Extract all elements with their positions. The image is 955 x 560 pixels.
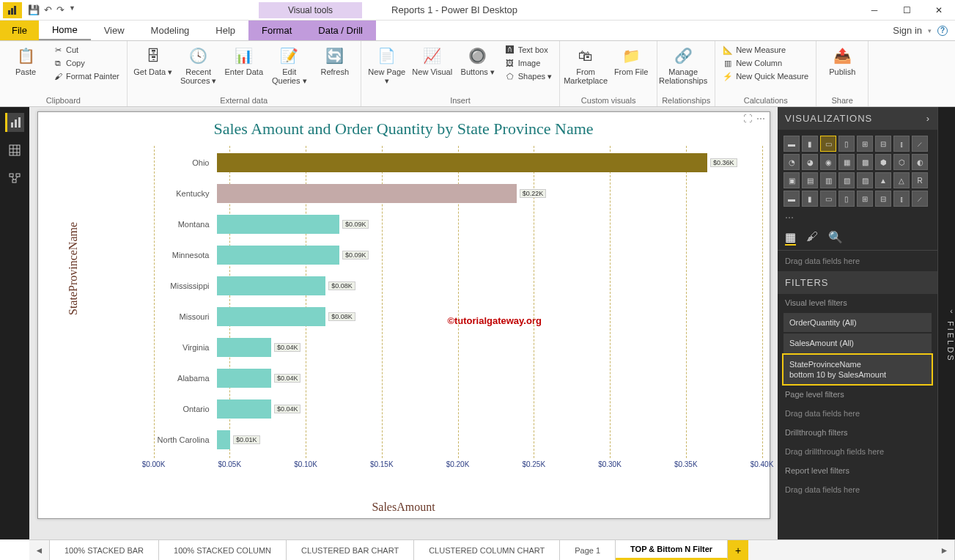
- page-tab[interactable]: Page 1: [560, 540, 616, 560]
- publish-button[interactable]: 📤Publish: [821, 43, 863, 76]
- report-filters-drop[interactable]: Drag data fields here: [778, 479, 937, 500]
- image-button[interactable]: 🖼Image: [502, 57, 555, 69]
- viz-type-icon[interactable]: ⟋: [912, 191, 928, 207]
- redo-icon[interactable]: ↷: [56, 4, 64, 15]
- viz-type-icon[interactable]: ⫿: [893, 136, 910, 152]
- file-tab[interactable]: File: [0, 21, 39, 40]
- fields-drop-well[interactable]: Drag data fields here: [778, 251, 937, 271]
- enter-data-button[interactable]: 📊Enter Data: [223, 43, 265, 76]
- fields-tab-icon[interactable]: ▦: [785, 230, 796, 246]
- viz-type-icon[interactable]: ▥: [820, 172, 836, 188]
- viz-type-icon[interactable]: ▮: [802, 191, 818, 207]
- format-painter-button[interactable]: 🖌Format Painter: [50, 70, 122, 82]
- bar[interactable]: [217, 369, 271, 388]
- viz-type-icon[interactable]: ▯: [838, 191, 855, 207]
- fields-pane-collapsed[interactable]: ‹ FIELDS: [937, 107, 955, 539]
- undo-icon[interactable]: ↶: [44, 4, 52, 15]
- viz-type-icon[interactable]: ▬: [783, 136, 800, 152]
- new-visual-button[interactable]: 📈New Visual: [411, 43, 454, 76]
- view-tab[interactable]: View: [91, 21, 138, 40]
- viz-type-icon[interactable]: ▤: [802, 172, 818, 188]
- help-tab[interactable]: Help: [202, 21, 248, 40]
- page-tab[interactable]: 100% STACKED BAR: [50, 540, 159, 560]
- viz-type-icon[interactable]: ⊟: [875, 136, 891, 152]
- help-icon[interactable]: ?: [937, 26, 948, 36]
- maximize-button[interactable]: ☐: [891, 0, 923, 21]
- bar[interactable]: [217, 276, 326, 295]
- viz-type-icon[interactable]: ◐: [912, 154, 928, 170]
- analytics-tab-icon[interactable]: 🔍: [828, 230, 843, 246]
- bar[interactable]: [217, 338, 271, 357]
- viz-type-icon[interactable]: ▣: [783, 172, 800, 188]
- edit-queries-button[interactable]: 📝Edit Queries ▾: [268, 43, 311, 85]
- viz-type-icon[interactable]: ▯: [838, 136, 855, 152]
- from-marketplace-button[interactable]: 🛍From Marketplace: [564, 43, 607, 85]
- report-page[interactable]: ⛶ ⋯ Sales Amount and Order Quantity by S…: [37, 111, 770, 519]
- viz-type-icon[interactable]: ◕: [802, 154, 818, 170]
- get-data-button[interactable]: 🗄Get Data ▾: [132, 43, 174, 76]
- viz-type-icon[interactable]: ▩: [857, 154, 873, 170]
- refresh-button[interactable]: 🔄Refresh: [314, 43, 356, 76]
- paste-button[interactable]: 📋Paste: [4, 43, 47, 76]
- manage-relationships-button[interactable]: 🔗Manage Relationships: [662, 43, 704, 85]
- cut-button[interactable]: ✂Cut: [50, 44, 122, 56]
- modeling-tab[interactable]: Modeling: [138, 21, 203, 40]
- viz-type-icon[interactable]: ▮: [802, 136, 818, 152]
- new-page-button[interactable]: 📄New Page ▾: [366, 43, 408, 85]
- chevron-left-icon[interactable]: ‹: [950, 306, 955, 315]
- bar[interactable]: [217, 153, 708, 172]
- data-view-icon[interactable]: [5, 141, 24, 160]
- viz-type-icon[interactable]: ⬡: [893, 154, 910, 170]
- datadrill-tab[interactable]: Data / Drill: [305, 21, 376, 40]
- viz-type-icon[interactable]: ▲: [875, 172, 891, 188]
- viz-type-icon[interactable]: R: [912, 172, 928, 188]
- new-column-button[interactable]: ▥New Column: [720, 57, 811, 69]
- report-view-icon[interactable]: [5, 113, 24, 132]
- filter-item[interactable]: SalesAmount (All): [783, 334, 932, 353]
- bar[interactable]: [217, 246, 339, 265]
- viz-type-icon[interactable]: ◔: [783, 154, 800, 170]
- bar[interactable]: [217, 215, 339, 234]
- save-icon[interactable]: 💾: [28, 4, 40, 15]
- bar[interactable]: [217, 307, 326, 326]
- viz-type-icon[interactable]: ⊞: [857, 136, 873, 152]
- viz-type-icon[interactable]: ⫿: [893, 191, 910, 207]
- viz-type-icon[interactable]: ⊟: [875, 191, 891, 207]
- scroll-right-icon[interactable]: ►: [934, 540, 955, 560]
- viz-type-icon[interactable]: ▭: [820, 136, 836, 152]
- report-canvas[interactable]: ⛶ ⋯ Sales Amount and Order Quantity by S…: [29, 107, 778, 539]
- new-quick-measure-button[interactable]: ⚡New Quick Measure: [720, 70, 811, 82]
- format-tab-icon[interactable]: 🖌: [806, 230, 818, 246]
- viz-type-icon[interactable]: ⊞: [857, 191, 873, 207]
- viz-type-icon[interactable]: ⬢: [875, 154, 891, 170]
- filter-item[interactable]: OrderQuantity (All): [783, 313, 932, 332]
- viz-type-icon[interactable]: ▭: [820, 191, 836, 207]
- format-tab[interactable]: Format: [248, 21, 305, 40]
- new-measure-button[interactable]: 📐New Measure: [720, 44, 811, 56]
- viz-type-icon[interactable]: ▬: [783, 191, 800, 207]
- page-tab[interactable]: CLUSTERED BAR CHART: [287, 540, 414, 560]
- viz-type-icon[interactable]: ▧: [838, 172, 855, 188]
- visualizations-header[interactable]: VISUALIZATIONS›: [778, 107, 937, 130]
- page-tab[interactable]: TOP & Bittom N Filter: [616, 540, 728, 560]
- page-filters-drop[interactable]: Drag data fields here: [778, 403, 937, 424]
- chevron-down-icon[interactable]: ▾: [928, 27, 932, 34]
- filter-item[interactable]: StateProvinceName bottom 10 by SalesAmou…: [783, 355, 932, 385]
- recent-sources-button[interactable]: 🕓Recent Sources ▾: [177, 43, 220, 85]
- home-tab[interactable]: Home: [39, 21, 91, 40]
- viz-type-icon[interactable]: ▨: [857, 172, 873, 188]
- from-file-button[interactable]: 📁From File: [610, 43, 652, 76]
- bar[interactable]: [217, 430, 231, 449]
- viz-type-icon[interactable]: ◉: [820, 154, 836, 170]
- page-tab[interactable]: CLUSTERED COLUMN CHART: [414, 540, 560, 560]
- bar[interactable]: [217, 184, 517, 203]
- text-box-button[interactable]: 🅰Text box: [502, 44, 555, 56]
- more-options-icon[interactable]: ⋯: [756, 114, 765, 124]
- copy-button[interactable]: ⧉Copy: [50, 57, 122, 69]
- focus-mode-icon[interactable]: ⛶: [743, 114, 752, 124]
- drillthrough-drop[interactable]: Drag drillthrough fields here: [778, 441, 937, 462]
- page-tab[interactable]: 100% STACKED COLUMN: [159, 540, 287, 560]
- qat-dropdown-icon[interactable]: ▼: [69, 4, 75, 15]
- close-button[interactable]: ✕: [923, 0, 955, 21]
- model-view-icon[interactable]: [5, 169, 24, 188]
